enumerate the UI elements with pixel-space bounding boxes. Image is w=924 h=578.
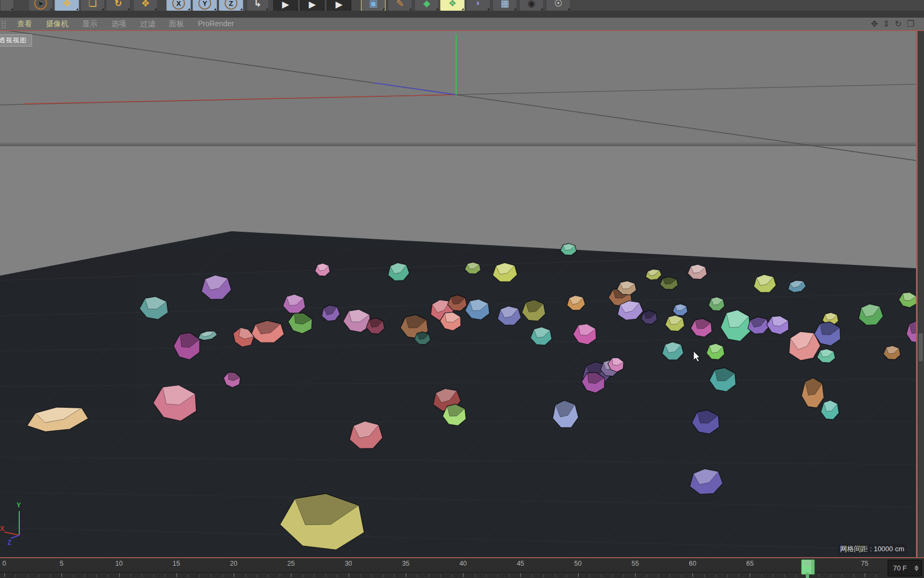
tick	[738, 575, 739, 577]
tick	[188, 575, 188, 577]
floor-environment-icon[interactable]: ▦	[492, 0, 517, 11]
coordinate-system-icon[interactable]: ↳	[247, 0, 269, 11]
tick	[222, 575, 223, 577]
current-frame-value[interactable]: 70 F	[888, 564, 914, 572]
tick	[153, 575, 154, 577]
frame-label-65: 65	[746, 560, 753, 567]
frame-label-25: 25	[287, 560, 295, 567]
generators-glyph: ◆	[423, 0, 430, 9]
tick	[199, 575, 200, 577]
timeline-ruler[interactable]: 051015202530354045505560657075	[0, 558, 881, 578]
timeline: 051015202530354045505560657075 70 F	[0, 558, 924, 578]
frame-label-10: 10	[116, 560, 123, 567]
tick	[543, 575, 544, 577]
tick	[96, 575, 97, 577]
tick	[303, 575, 303, 577]
tick	[784, 575, 785, 577]
spline-pen-icon[interactable]: ✎	[388, 0, 412, 11]
lock-y-axis-icon[interactable]: Y	[192, 0, 217, 11]
lock-x-axis-icon[interactable]: X	[166, 0, 191, 11]
scale-tool-icon[interactable]: ❏	[80, 0, 105, 11]
menubar-grip[interactable]	[2, 20, 6, 28]
menu-item-ProRender[interactable]: ProRender	[191, 19, 241, 29]
frame-label-50: 50	[574, 560, 582, 567]
tick	[61, 573, 62, 577]
partial-tool-icon[interactable]	[0, 0, 14, 11]
mograph-cloner-icon[interactable]: ❖	[440, 0, 465, 11]
tick	[566, 575, 567, 577]
scale-tool-glyph: ❏	[88, 0, 96, 9]
frame-label-5: 5	[60, 560, 64, 567]
frame-label-0: 0	[3, 560, 6, 567]
tick	[830, 575, 831, 577]
deformer-icon[interactable]: ◗	[466, 0, 490, 11]
tick	[314, 575, 314, 577]
step-down-icon[interactable]	[914, 568, 919, 571]
tick	[807, 573, 808, 577]
rotate-view-icon[interactable]: ↻	[895, 20, 902, 28]
tick	[853, 575, 854, 577]
tick	[578, 573, 579, 577]
tick	[497, 575, 498, 577]
zoom-view-icon[interactable]: ⇕	[883, 20, 890, 28]
tick	[176, 573, 177, 577]
frame-label-55: 55	[632, 560, 639, 567]
move-tool-icon[interactable]: ✥	[55, 0, 79, 11]
current-frame-field[interactable]: 70 F	[888, 560, 922, 576]
live-selection-icon[interactable]: ➤	[28, 0, 53, 11]
frame-stepper[interactable]	[914, 565, 921, 571]
tick	[360, 575, 360, 577]
add-cube-icon[interactable]: ▣	[361, 0, 386, 11]
tick	[371, 575, 372, 577]
gizmo-z-label: Z	[7, 539, 11, 546]
perspective-viewport[interactable]: YXZ 透视视图 网格间距 : 10000 cm	[0, 31, 916, 557]
menu-item-查看[interactable]: 查看	[10, 19, 39, 29]
tick	[601, 575, 602, 577]
camera-icon[interactable]: ◉	[519, 0, 544, 11]
render-picture-viewer-icon[interactable]: ▶	[300, 0, 325, 11]
menu-item-选项[interactable]: 选项	[104, 19, 133, 29]
gizmo-y-label: Y	[17, 501, 21, 509]
tick	[119, 573, 120, 577]
tick	[623, 575, 624, 577]
menu-item-过滤[interactable]: 过滤	[133, 19, 162, 29]
generators-icon[interactable]: ◆	[414, 0, 439, 11]
tick	[211, 575, 211, 577]
last-tool-icon[interactable]: ✥	[133, 0, 158, 11]
top-toolbar: ➤✥❏↻✥XYZ↳▶▶▶▣✎◆❖◗▦◉☉	[0, 0, 924, 11]
tick	[4, 573, 5, 577]
frame-label-60: 60	[689, 560, 696, 567]
menu-item-显示[interactable]: 显示	[75, 19, 104, 29]
lock-z-axis-glyph: Z	[229, 0, 233, 7]
render-settings-icon[interactable]: ▶	[327, 0, 351, 11]
grid-spacing-label: 网格间距 : 10000 cm	[838, 544, 906, 554]
frame-label-20: 20	[230, 560, 237, 567]
menu-item-面板[interactable]: 面板	[162, 19, 191, 29]
viewport-name-badge[interactable]: 透视视图	[0, 34, 32, 47]
tick	[27, 575, 28, 577]
lock-z-axis-icon[interactable]: Z	[219, 0, 243, 11]
rotate-tool-icon[interactable]: ↻	[106, 0, 130, 11]
tick	[715, 575, 716, 577]
tick	[475, 575, 475, 577]
right-panel-sliver	[918, 31, 924, 557]
live-selection-glyph: ➤	[38, 0, 44, 7]
render-view-icon[interactable]: ▶	[273, 0, 298, 11]
floor-environment-glyph: ▦	[500, 0, 509, 9]
tick	[589, 575, 590, 577]
menu-item-摄像机[interactable]: 摄像机	[39, 19, 75, 29]
pan-view-icon[interactable]: ✥	[871, 20, 877, 28]
panel-handle[interactable]	[919, 333, 923, 361]
tick	[796, 575, 796, 577]
tick	[394, 575, 395, 577]
light-icon[interactable]: ☉	[546, 0, 571, 11]
frame-label-45: 45	[517, 560, 524, 567]
step-up-icon[interactable]	[914, 565, 919, 568]
camera-glyph: ◉	[528, 0, 536, 9]
mograph-cloner-glyph: ❖	[448, 0, 456, 9]
toggle-layout-icon[interactable]: ❐	[907, 20, 914, 28]
tick	[326, 575, 326, 577]
tick	[38, 575, 39, 577]
tick	[692, 573, 693, 577]
scene-canvas: YXZ	[0, 31, 916, 557]
